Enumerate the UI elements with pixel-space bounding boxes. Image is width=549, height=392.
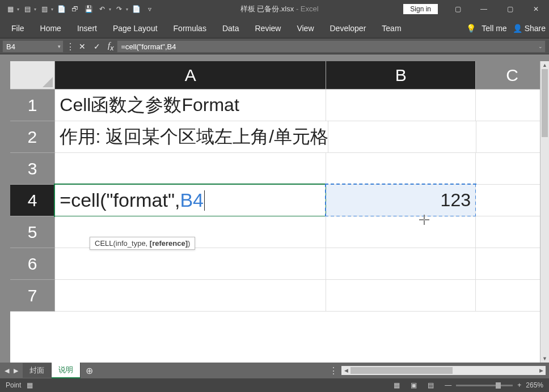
row-header-7[interactable]: 7 (10, 280, 55, 312)
tab-formulas[interactable]: Formulas (166, 19, 214, 37)
tab-insert[interactable]: Insert (69, 19, 105, 37)
undo-icon[interactable]: ↶ (96, 3, 108, 15)
tab-file[interactable]: File (3, 19, 32, 37)
tab-home[interactable]: Home (32, 19, 69, 37)
tell-me-icon[interactable]: 💡 (466, 24, 476, 33)
formula-input[interactable]: =cell("format",B4 ⌄ (117, 40, 546, 53)
cell-b6[interactable] (326, 248, 476, 280)
tab-team[interactable]: Team (374, 19, 409, 37)
cell-c1[interactable] (476, 90, 549, 121)
formula-expand-icon[interactable]: ⌄ (538, 44, 543, 49)
row-header-6[interactable]: 6 (10, 248, 55, 280)
cell-a2[interactable]: 作用: 返回某个区域左上角/单元格格式 (55, 121, 328, 153)
ribbon-display-icon[interactable]: ▢ (445, 1, 471, 18)
cell-edit-box[interactable]: =cell("format",B4 (54, 184, 327, 217)
spreadsheet-grid[interactable]: A B C 1 Cell函数之参数Format 2 作用: 返回某个区域左上角/… (10, 61, 549, 363)
vscroll-thumb[interactable] (542, 69, 548, 137)
page-layout-view-icon[interactable]: ▣ (405, 380, 422, 391)
tab-view[interactable]: View (289, 19, 322, 37)
vertical-scrollbar[interactable]: ▲ ▼ (540, 61, 549, 363)
row-header-2[interactable]: 2 (10, 121, 55, 153)
qat-icon-2[interactable]: ▤ (22, 3, 33, 15)
tab-review[interactable]: Review (247, 19, 289, 37)
close-icon[interactable]: ✕ (523, 1, 549, 18)
zoom-level[interactable]: 265% (526, 381, 543, 389)
macro-record-icon[interactable]: ▦ (27, 381, 33, 389)
cell-c2[interactable] (476, 121, 549, 153)
fx-icon[interactable]: fx (104, 41, 117, 52)
cancel-formula-icon[interactable]: ✕ (75, 40, 90, 53)
name-box-value: B4 (6, 42, 15, 51)
qat-customize-icon[interactable]: ▿ (144, 3, 155, 15)
zoom-controls: — + 265% (439, 381, 549, 389)
tab-developer[interactable]: Developer (322, 19, 374, 37)
formula-text: =cell("format",B4 (121, 42, 176, 51)
normal-view-icon[interactable]: ▦ (388, 380, 405, 391)
cell-a4[interactable]: =cell("format",B4 (55, 185, 326, 216)
name-box-drop-icon[interactable]: ▾ (58, 44, 61, 49)
cell-c4[interactable] (476, 185, 549, 216)
col-header-b[interactable]: B (326, 61, 476, 90)
scroll-down-icon[interactable]: ▼ (540, 355, 549, 363)
select-all-corner[interactable] (10, 61, 55, 90)
zoom-out-icon[interactable]: — (445, 381, 451, 389)
redo-drop[interactable]: ▾ (126, 7, 128, 12)
cell-a1[interactable]: Cell函数之参数Format (55, 90, 326, 121)
qat-icon-4[interactable]: 📄 (56, 3, 67, 15)
page-break-view-icon[interactable]: ▤ (422, 380, 439, 391)
sheet-tab-1[interactable]: 说明 (52, 363, 81, 378)
sheet-nav-arrows[interactable]: ◀▶ (0, 367, 23, 374)
cell-a6[interactable] (55, 248, 326, 280)
sheet-tab-0[interactable]: 封面 (23, 363, 52, 378)
minimize-icon[interactable]: — (471, 1, 497, 18)
zoom-in-icon[interactable]: + (517, 381, 521, 389)
tooltip-args-plain: (info_type, (113, 239, 150, 248)
cell-b5[interactable] (326, 216, 476, 248)
row-header-3[interactable]: 3 (10, 153, 55, 185)
tell-me-text[interactable]: Tell me (482, 24, 506, 33)
enter-formula-icon[interactable]: ✓ (90, 40, 104, 53)
cell-a3[interactable] (55, 153, 326, 185)
new-sheet-icon[interactable]: ⊕ (81, 365, 98, 376)
tab-page-layout[interactable]: Page Layout (105, 19, 166, 37)
scroll-up-icon[interactable]: ▲ (540, 61, 549, 69)
save-icon[interactable]: 💾 (83, 3, 94, 15)
qat-icon-1[interactable]: ▦ (5, 3, 16, 15)
col-header-c[interactable]: C (476, 61, 549, 90)
undo-drop[interactable]: ▾ (109, 7, 111, 12)
tab-data[interactable]: Data (214, 19, 247, 37)
cell-c3[interactable] (476, 153, 549, 185)
scroll-left-icon[interactable]: ◀ (341, 368, 350, 373)
cell-b3[interactable] (326, 153, 476, 185)
zoom-thumb[interactable] (496, 382, 501, 389)
row-header-1[interactable]: 1 (10, 90, 55, 121)
maximize-icon[interactable]: ▢ (497, 1, 523, 18)
zoom-slider[interactable] (456, 385, 513, 386)
new-icon[interactable]: 📄 (130, 3, 142, 15)
cell-b7[interactable] (326, 280, 476, 312)
share-button[interactable]: 👤 Share (513, 24, 546, 33)
cell-b1[interactable] (326, 90, 476, 121)
cell-c6[interactable] (476, 248, 549, 280)
scroll-right-icon[interactable]: ▶ (537, 368, 546, 373)
qat-drop-3[interactable]: ▾ (51, 7, 53, 12)
sign-in-button[interactable]: Sign in (403, 4, 438, 14)
cell-c7[interactable] (476, 280, 549, 312)
name-box[interactable]: B4 ▾ (2, 40, 64, 53)
qat-icon-5[interactable]: 🗗 (69, 3, 81, 15)
redo-icon[interactable]: ↷ (113, 3, 125, 15)
hscroll-thumb[interactable] (350, 367, 453, 374)
row-header-5[interactable]: 5 (10, 216, 55, 248)
qat-icon-3[interactable]: ▥ (39, 3, 50, 15)
col-header-a[interactable]: A (55, 61, 326, 90)
horizontal-scrollbar[interactable]: ◀ ▶ (341, 366, 546, 375)
cell-b4[interactable]: 123 (326, 185, 476, 216)
qat-drop-1[interactable]: ▾ (17, 7, 19, 12)
cell-b2[interactable] (328, 121, 476, 153)
sheet-tabs-bar: ◀▶ 封面 说明 ⊕ ⋮ ◀ ▶ (0, 363, 549, 378)
qat-drop-2[interactable]: ▾ (34, 7, 36, 12)
cell-a7[interactable] (55, 280, 326, 312)
function-tooltip[interactable]: CELL(info_type, [reference]) (90, 237, 195, 250)
cell-c5[interactable] (476, 216, 549, 248)
row-header-4[interactable]: 4 (10, 185, 55, 216)
